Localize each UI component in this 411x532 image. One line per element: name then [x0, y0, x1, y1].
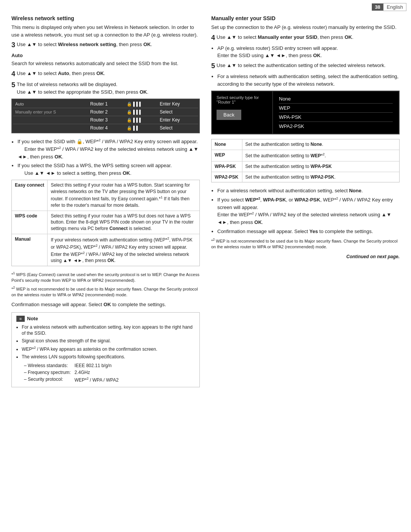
auth-table: None Set the authentication setting to N… [212, 139, 399, 182]
router-col1: Auto [13, 100, 88, 108]
spec-label: – Wireless standards: [22, 363, 72, 369]
router-notes: If you select the SSID with 🔒, WEP*2 / W… [18, 138, 200, 177]
table-row: Manual If your wireless network with aut… [12, 234, 199, 266]
router-col1 [13, 116, 88, 124]
wps-desc: If your wireless network with authentica… [48, 234, 199, 266]
step-5-num: 5 [11, 81, 15, 89]
section-title-left: Wireless network setting [11, 15, 200, 21]
table-row: WPS code Select this setting if your rou… [12, 211, 199, 234]
table-row: None Set the authentication setting to N… [212, 139, 399, 150]
step-4-text: Use ▲▼ to select Auto, then press OK. [17, 70, 200, 77]
auth-label: None [212, 139, 242, 150]
wps-label: WPS code [12, 211, 48, 234]
wireless-network-setting-section: Wireless network setting This menu is di… [11, 15, 200, 50]
step-4-right: 4 Use ▲▼ to select Manually enter your S… [211, 34, 400, 42]
bullet-no-auth: For a wireless network without authentic… [217, 187, 400, 195]
note-box: ≡ Note For a wireless network with authe… [11, 312, 200, 387]
bullet-if-wep: If you select WEP*2, WPA-PSK, or WPA2-PS… [217, 196, 400, 226]
confirm-line-left: Confirmation message will appear. Select… [11, 301, 200, 308]
auth-desc: Set the authentication setting to WPA2-P… [242, 172, 399, 182]
router-name: Router 1 [88, 100, 124, 108]
table-row: Manually enter your S Router 2 🔒 ▌▌▌ Sel… [13, 108, 198, 116]
footnote-2-left: *2 WEP is not recommended to be used due… [11, 285, 200, 298]
wps-desc: Select this setting if your router has a… [48, 211, 199, 234]
router-action: Enter Key [158, 100, 198, 108]
router-col1 [13, 124, 88, 132]
router-name: Router 4 [88, 124, 124, 132]
auth-label: WEP [212, 150, 242, 161]
security-option-wep[interactable]: WEP [279, 104, 393, 113]
note-list: For a wireless network with authenticati… [22, 324, 195, 360]
table-row: – Wireless standards: IEEE 802.11 b/g/n [22, 363, 120, 369]
page-header: 38 English [372, 3, 406, 11]
table-row: Easy connect Select this setting if your… [12, 180, 199, 211]
note-title: Note [27, 316, 38, 321]
table-row: WPA-PSK Set the authentication setting t… [212, 161, 399, 172]
note-icon: ≡ [16, 316, 25, 322]
table-row: – Security protocol: WEP*2 / WPA / WPA2 [22, 376, 120, 383]
note-item: The wireless LAN supports following spec… [22, 354, 195, 360]
router-action: Enter Key [158, 116, 198, 124]
bullet-wps: If you select the SSID has a WPS, the WP… [18, 162, 200, 177]
auth-label: WPA2-PSK [212, 172, 242, 182]
security-panel: Select security type for"Router 1" Back … [211, 91, 400, 134]
table-row: Auto Router 1 🔒 ▌▌▌ Enter Key [13, 100, 198, 108]
step-5-right-text: Use ▲▼ to select the authentication sett… [217, 62, 400, 69]
section-title-right: Manually enter your SSID [211, 15, 400, 21]
note-item: Signal icon shows the strength of the si… [22, 338, 195, 344]
table-row: – Frequency spectrum: 2.4GHz [22, 369, 120, 375]
router-table-wrapper: Auto Router 1 🔒 ▌▌▌ Enter Key Manually e… [11, 99, 200, 133]
step-5-auto: 5 The list of wireless networks will be … [11, 81, 200, 96]
security-option-none[interactable]: None [279, 94, 393, 104]
router-name: Router 3 [88, 116, 124, 124]
security-option-wpa2psk[interactable]: WPA2-PSK [279, 122, 393, 131]
section-intro-right: Set up the connection to the AP (e.g. wi… [211, 24, 400, 31]
security-option-wpapsk[interactable]: WPA-PSK [279, 113, 393, 122]
note-item: WEP*2 / WPA key appears as asterisks on … [22, 345, 195, 353]
wps-label: Manual [12, 234, 48, 266]
footnote-1: *1 WPS (Easy Connect) cannot be used whe… [11, 271, 200, 283]
language-label: English [383, 3, 406, 11]
router-signal: 🔒 ▌▌ [124, 124, 158, 132]
manually-enter-ssid-section: Manually enter your SSID Set up the conn… [211, 15, 400, 88]
auto-heading: Auto [11, 53, 200, 58]
security-label: Select security type for"Router 1" [217, 95, 268, 104]
security-options: None WEP WPA-PSK WPA2-PSK [273, 91, 399, 134]
left-column: Wireless network setting This menu is di… [11, 15, 200, 391]
bullet-ssid-entry: AP (e.g. wireless router) SSID entry scr… [217, 45, 400, 59]
router-action: Select [158, 108, 198, 116]
step-5-right-num: 5 [211, 62, 215, 70]
continued-line: Continued on next page. [211, 253, 400, 260]
right-column: Manually enter your SSID Set up the conn… [211, 15, 400, 391]
step-5-text: The list of wireless networks will be di… [17, 81, 200, 96]
footnote-2-right: *2 WEP is not recommended to be used due… [211, 237, 400, 250]
auto-desc: Search for wireless networks automatical… [11, 60, 200, 67]
step-4-auto: 4 Use ▲▼ to select Auto, then press OK. [11, 70, 200, 78]
security-panel-left: Select security type for"Router 1" Back [212, 91, 273, 134]
note-header: ≡ Note [16, 316, 195, 322]
step-3-text: Use ▲▼ to select Wireless network settin… [17, 41, 200, 48]
spec-value: 2.4GHz [73, 369, 120, 375]
back-button[interactable]: Back [217, 110, 241, 120]
table-row: Router 4 🔒 ▌▌ Select [13, 124, 198, 132]
wps-table: Easy connect Select this setting if your… [12, 180, 199, 266]
table-row: Router 3 🔒 ▌▌▌ Enter Key [13, 116, 198, 124]
wps-label: Easy connect [12, 180, 48, 211]
step-4-right-num: 4 [211, 34, 215, 42]
auth-table-wrapper: None Set the authentication setting to N… [211, 139, 400, 182]
auth-desc: Set the authentication setting to None. [242, 139, 399, 150]
router-action: Select [158, 124, 198, 132]
spec-label: – Frequency spectrum: [22, 369, 72, 375]
wps-desc: Select this setting if your router has a… [48, 180, 199, 211]
step-5-bullets: For a wireless network with authenticati… [217, 73, 400, 88]
wps-table-wrapper: Easy connect Select this setting if your… [11, 180, 200, 266]
step-4-num: 4 [11, 70, 15, 78]
step-3-line: 3 Use ▲▼ to select Wireless network sett… [11, 41, 200, 50]
bullet-confirmation-yes: Confirmation message will appear. Select… [217, 228, 400, 235]
spec-table: – Wireless standards: IEEE 802.11 b/g/n … [22, 362, 121, 384]
router-signal: 🔒 ▌▌▌ [124, 108, 158, 116]
step-3-num: 3 [11, 41, 15, 50]
step-4-bullets: AP (e.g. wireless router) SSID entry scr… [217, 45, 400, 59]
table-row: WPA2-PSK Set the authentication setting … [212, 172, 399, 182]
auth-desc: Set the authentication setting to WEP*2. [242, 150, 399, 161]
